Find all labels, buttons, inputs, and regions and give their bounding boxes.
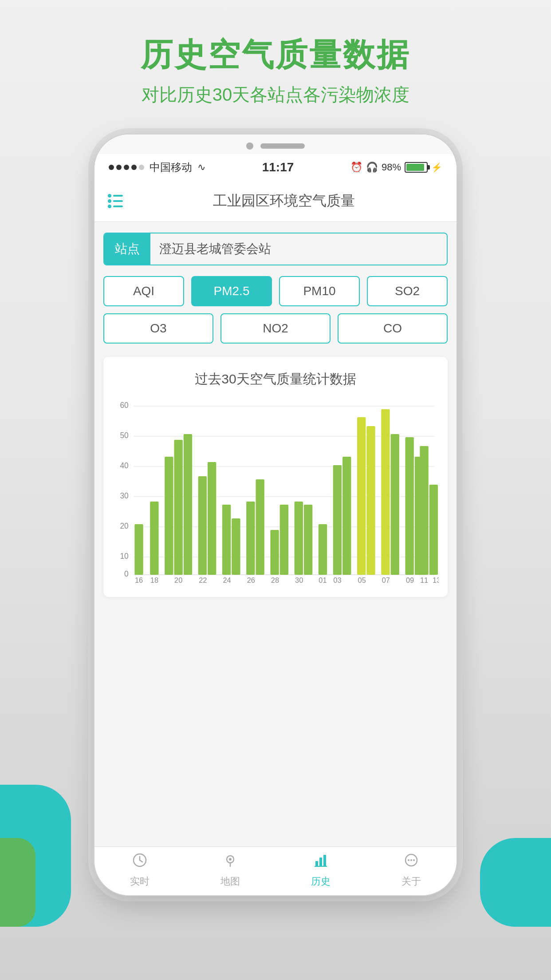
svg-rect-28 xyxy=(304,505,312,575)
svg-rect-14 xyxy=(134,524,143,575)
svg-rect-22 xyxy=(232,518,240,575)
chart-section: 过去30天空气质量统计数据 60 50 40 xyxy=(103,357,448,597)
pollutant-so2-btn[interactable]: SO2 xyxy=(367,276,448,306)
status-bar: 中国移动 ∿ 11:17 ⏰ 🎧 98% ⚡ xyxy=(94,154,457,181)
battery-icon xyxy=(405,162,428,173)
chart-container: 60 50 40 30 20 10 0 xyxy=(112,402,439,588)
svg-rect-27 xyxy=(295,502,303,575)
bg-decoration-green-left xyxy=(0,838,35,927)
phone-wrapper: 中国移动 ∿ 11:17 ⏰ 🎧 98% ⚡ xyxy=(94,134,457,896)
svg-rect-34 xyxy=(381,409,390,575)
bar-chart: 60 50 40 30 20 10 0 xyxy=(112,402,439,588)
nav-map-label: 地图 xyxy=(220,875,240,888)
nav-about[interactable]: 关于 xyxy=(366,852,457,888)
phone-frame: 中国移动 ∿ 11:17 ⏰ 🎧 98% ⚡ xyxy=(94,134,457,896)
svg-rect-17 xyxy=(174,440,182,575)
svg-text:30: 30 xyxy=(295,576,303,585)
header-section: 历史空气质量数据 对比历史30天各站点各污染物浓度 xyxy=(141,0,410,107)
signal-dot-3 xyxy=(124,165,129,170)
pollutant-aqi-btn[interactable]: AQI xyxy=(103,276,184,306)
svg-text:03: 03 xyxy=(333,576,341,585)
phone-speaker xyxy=(260,143,305,149)
svg-text:11: 11 xyxy=(420,576,428,585)
svg-point-70 xyxy=(413,859,415,861)
svg-text:09: 09 xyxy=(406,576,414,585)
wifi-icon: ∿ xyxy=(197,162,205,173)
headphone-icon: 🎧 xyxy=(366,162,378,173)
pollutant-no2-btn[interactable]: NO2 xyxy=(220,313,331,344)
svg-text:26: 26 xyxy=(247,576,255,585)
battery-tip xyxy=(428,165,430,170)
chart-title: 过去30天空气质量统计数据 xyxy=(112,370,439,388)
svg-rect-31 xyxy=(342,457,351,575)
svg-line-59 xyxy=(140,860,142,862)
svg-rect-20 xyxy=(208,462,216,575)
app-title: 工业园区环境空气质量 xyxy=(125,191,443,211)
status-left: 中国移动 ∿ xyxy=(109,160,205,174)
carrier-label: 中国移动 xyxy=(150,160,192,174)
svg-rect-19 xyxy=(198,476,207,575)
svg-text:20: 20 xyxy=(120,522,129,530)
svg-rect-54 xyxy=(429,485,438,575)
bottom-nav: 实时 地图 xyxy=(94,846,457,895)
svg-text:40: 40 xyxy=(120,461,129,470)
svg-rect-30 xyxy=(333,465,342,575)
svg-rect-35 xyxy=(391,434,399,575)
svg-text:16: 16 xyxy=(135,576,143,585)
svg-text:22: 22 xyxy=(199,576,207,585)
header-menu-icon[interactable] xyxy=(108,194,125,208)
chat-icon xyxy=(403,852,419,872)
svg-rect-53 xyxy=(420,446,428,575)
svg-text:05: 05 xyxy=(358,576,366,585)
clock-icon xyxy=(132,852,148,872)
pollutant-pm25-btn[interactable]: PM2.5 xyxy=(191,276,272,306)
nav-history-label: 历史 xyxy=(311,875,331,888)
svg-point-61 xyxy=(229,858,232,861)
nav-realtime-label: 实时 xyxy=(130,875,150,888)
pollutant-o3-btn[interactable]: O3 xyxy=(103,313,213,344)
pollutant-grid-row1: AQI PM2.5 PM10 SO2 xyxy=(103,276,448,306)
bg-decoration-teal-right xyxy=(480,838,551,927)
app-header: 工业园区环境空气质量 xyxy=(94,181,457,222)
page-subtitle: 对比历史30天各站点各污染物浓度 xyxy=(141,83,410,107)
charging-icon: ⚡ xyxy=(431,162,442,173)
svg-rect-23 xyxy=(246,502,255,575)
signal-dot-5 xyxy=(139,165,144,170)
clock: 11:17 xyxy=(262,160,294,174)
svg-text:0: 0 xyxy=(124,569,129,578)
station-label: 站点 xyxy=(104,233,150,265)
signal-dots xyxy=(109,165,144,170)
svg-text:30: 30 xyxy=(120,491,129,500)
phone-camera xyxy=(246,142,253,150)
svg-text:07: 07 xyxy=(382,576,390,585)
svg-text:10: 10 xyxy=(120,552,129,561)
nav-history[interactable]: 历史 xyxy=(276,852,366,888)
svg-rect-63 xyxy=(315,861,318,866)
svg-text:13: 13 xyxy=(433,576,439,585)
station-selector[interactable]: 站点 澄迈县老城管委会站 xyxy=(103,233,448,265)
pollutant-co-btn[interactable]: CO xyxy=(338,313,448,344)
svg-text:28: 28 xyxy=(271,576,279,585)
svg-rect-32 xyxy=(357,417,366,575)
station-value: 澄迈县老城管委会站 xyxy=(150,233,447,265)
map-icon xyxy=(222,852,238,872)
signal-dot-2 xyxy=(116,165,122,170)
nav-map[interactable]: 地图 xyxy=(185,852,276,888)
svg-rect-36 xyxy=(405,437,413,575)
pollutant-pm10-btn[interactable]: PM10 xyxy=(279,276,360,306)
nav-about-label: 关于 xyxy=(401,875,421,888)
svg-point-68 xyxy=(408,859,409,861)
svg-text:01: 01 xyxy=(319,576,327,585)
alarm-icon: ⏰ xyxy=(350,162,362,173)
chart-icon xyxy=(313,852,329,872)
svg-text:60: 60 xyxy=(120,402,129,410)
battery-fill xyxy=(406,164,424,171)
svg-text:20: 20 xyxy=(174,576,182,585)
svg-rect-15 xyxy=(150,502,158,575)
page-title: 历史空气质量数据 xyxy=(141,36,410,74)
svg-rect-18 xyxy=(184,434,192,575)
svg-point-69 xyxy=(410,859,412,861)
signal-dot-1 xyxy=(109,165,114,170)
nav-realtime[interactable]: 实时 xyxy=(94,852,185,888)
svg-rect-65 xyxy=(323,855,326,866)
